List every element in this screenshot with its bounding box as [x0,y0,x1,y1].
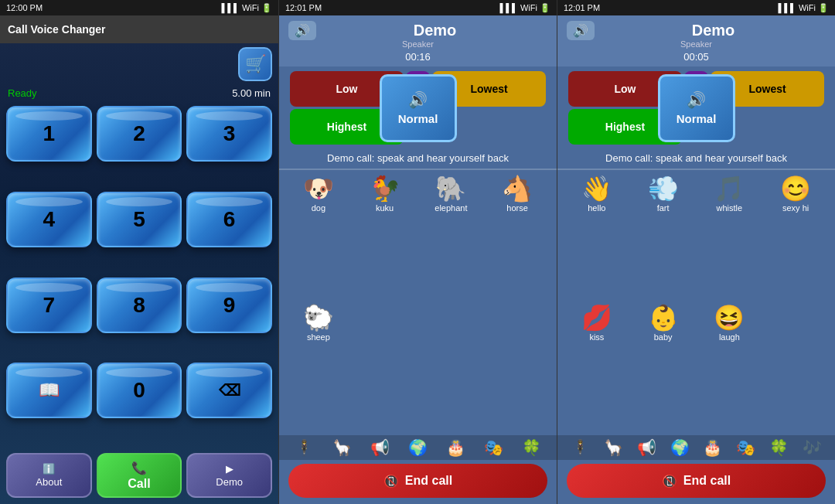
cart-button[interactable]: 🛒 [238,47,272,81]
key-4[interactable]: 4 [6,192,92,247]
speaker-label-2: Speaker [680,39,712,49]
minutes-text: 5.00 min [232,87,271,99]
sound-elephant[interactable]: 🐘 elephant [420,176,483,302]
kuku-emoji: 🐓 [370,176,400,201]
bottom-icon-sound[interactable]: 📢 [370,438,390,457]
sound-whistle[interactable]: 🎵 whistle [698,176,762,302]
kuku-label: kuku [376,203,394,213]
sound-baby[interactable]: 👶 baby [632,305,695,431]
whistle-emoji: 🎵 [714,176,745,201]
bottom-icon-leaf[interactable]: 🍀 [522,438,541,457]
dialer-panel: 12:00 PM ▌▌▌ WiFi 🔋 Call Voice Changer 🛒… [0,0,278,504]
end-call-phone-icon-2: 📵 [662,474,677,489]
key-book[interactable]: 📖 [6,363,92,418]
horse-emoji: 🐴 [502,176,533,201]
call-label: Call [128,477,150,491]
pitch-normal-2[interactable]: 🔊 Normal [658,74,735,142]
key-5[interactable]: 5 [97,192,182,247]
sound-kiss[interactable]: 💋 kiss [565,305,629,431]
demo-call-text-1: Demo call: speak and hear yourself back [279,149,557,167]
about-label: About [36,476,62,488]
speaker-icon-2[interactable]: 🔊 [567,23,595,38]
bottom-icon-person[interactable]: 🕴 [295,438,314,457]
end-call-phone-icon-1: 📵 [383,474,399,489]
divider-2 [557,169,835,170]
sound-kuku[interactable]: 🐓 kuku [353,176,417,302]
status-bar-3: 12:01 PM ▌▌▌ WiFi 🔋 [557,0,835,15]
key-0[interactable]: 0 [97,363,182,418]
pitch-selector-2: Low High Lowest Highest 🔊 Normal [568,71,824,145]
dog-label: dog [312,203,325,213]
play-icon: ▶ [226,463,233,475]
key-7[interactable]: 7 [6,278,92,333]
signal-icons-1: ▌▌▌ WiFi 🔋 [222,3,272,13]
key-backspace[interactable]: ⌫ [186,363,272,418]
ready-text: Ready [8,87,37,99]
demo-title-2: Demo [601,22,826,39]
end-call-label-1: End call [405,474,452,488]
demo-header-top-1: 🔊 Demo [288,22,547,39]
time-1: 12:00 PM [6,3,43,12]
sound-hello[interactable]: 👋 hello [565,176,629,302]
bottom-icon-cake[interactable]: 🎂 [446,438,465,457]
bottom-icon2-sound[interactable]: 📢 [637,438,656,457]
end-call-button-1[interactable]: 📵 End call [288,464,547,498]
bottom-icon2-cake[interactable]: 🎂 [703,438,722,457]
laugh-label: laugh [719,332,740,342]
hello-emoji: 👋 [581,176,612,201]
key-2[interactable]: 2 [97,106,182,162]
kiss-emoji: 💋 [581,305,612,330]
laugh-emoji: 😆 [714,305,745,330]
sound-dog[interactable]: 🐶 dog [287,176,350,302]
sexyhi-label: sexy hi [782,203,809,213]
bottom-icon2-music[interactable]: 🎶 [803,438,822,457]
time-2: 12:01 PM [285,3,322,12]
signal-icons-3: ▌▌▌ WiFi 🔋 [779,3,829,13]
about-button[interactable]: ℹ️ About [6,453,92,498]
demo-header-1: 🔊 Demo Speaker 00:16 [279,15,557,66]
bottom-icon2-globe[interactable]: 🌍 [670,438,690,457]
bottom-icon-globe[interactable]: 🌍 [408,438,428,457]
sound-fart[interactable]: 💨 fart [632,176,695,302]
demo-button[interactable]: ▶ Demo [186,453,272,498]
demo-header-2: 🔊 Demo Speaker 00:05 [557,15,835,66]
sound-horse[interactable]: 🐴 horse [486,176,549,302]
pitch-normal-1[interactable]: 🔊 Normal [380,74,457,142]
timer-1: 00:16 [405,51,431,63]
elephant-emoji: 🐘 [435,176,466,201]
key-9[interactable]: 9 [186,278,272,333]
signal-icons-2: ▌▌▌ WiFi 🔋 [500,3,550,13]
fart-emoji: 💨 [648,176,679,201]
bottom-icon2-person[interactable]: 🕴 [571,438,590,457]
bottom-icon2-leaf[interactable]: 🍀 [769,438,789,457]
sound-laugh[interactable]: 😆 laugh [698,305,762,431]
key-8[interactable]: 8 [97,278,182,333]
call-button[interactable]: 📞 Call [97,453,182,498]
bottom-icon-alpaca[interactable]: 🦙 [332,438,352,457]
phone-icon: 📞 [131,461,147,475]
ready-bar: Ready 5.00 min [0,85,278,101]
sheep-label: sheep [307,332,330,342]
bottom-icon-masks[interactable]: 🎭 [484,438,503,457]
whistle-label: whistle [717,203,743,213]
bottom-icons-2: 🕴 🦙 📢 🌍 🎂 🎭 🍀 🎶 [557,435,835,460]
bottom-icon2-alpaca[interactable]: 🦙 [604,438,623,457]
demo-header-top-2: 🔊 Demo [567,22,826,39]
speaker-icon-1[interactable]: 🔊 [288,23,316,38]
kiss-label: kiss [589,332,604,342]
demo-panel-2: 12:01 PM ▌▌▌ WiFi 🔋 🔊 Demo Speaker 00:05… [557,0,835,504]
sounds-grid-1: 🐶 dog 🐓 kuku 🐘 elephant 🐴 horse 🐑 sheep [279,172,557,435]
time-3: 12:01 PM [564,3,600,12]
sheep-emoji: 🐑 [303,305,334,330]
bottom-icon2-masks[interactable]: 🎭 [736,438,755,457]
sexyhi-emoji: 😊 [780,176,811,201]
sound-sheep[interactable]: 🐑 sheep [287,305,350,431]
key-1[interactable]: 1 [6,106,92,162]
key-3[interactable]: 3 [186,106,272,162]
sound-sexyhi[interactable]: 😊 sexy hi [764,176,827,302]
pitch-selector-1: Low High Lowest Highest 🔊 Normal [290,71,546,145]
divider-1 [279,169,557,170]
key-6[interactable]: 6 [186,192,272,247]
dialer-top: 🛒 [0,43,278,85]
end-call-button-2[interactable]: 📵 End call [567,464,826,498]
